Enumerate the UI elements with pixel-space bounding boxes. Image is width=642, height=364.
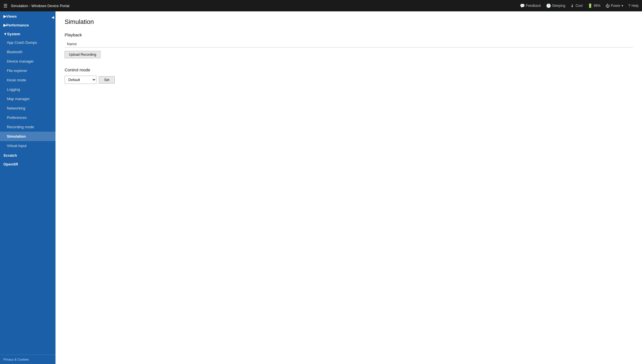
upload-recording-button[interactable]: Upload Recording (65, 51, 100, 58)
help-icon: ? (628, 3, 631, 8)
playback-table: Name (65, 41, 633, 47)
playback-col-name: Name (65, 41, 413, 47)
control-mode-title: Control mode (65, 67, 633, 72)
sidebar-item-preferences[interactable]: Preferences (0, 113, 55, 122)
sidebar-item-device-manager[interactable]: Device manager (0, 57, 55, 66)
main-layout: ◀ ▶Views ▶Performance ▼System App Crash … (0, 11, 642, 364)
help-label: Help (631, 4, 639, 8)
feedback-label: Feedback (526, 4, 541, 8)
sleeping-label: Sleeping (552, 4, 565, 8)
sidebar-item-networking[interactable]: Networking (0, 104, 55, 113)
page-title: Simulation (65, 18, 633, 26)
battery-icon: 🔋 (588, 3, 592, 8)
feedback-button[interactable]: 💬 Feedback (520, 3, 541, 8)
sidebar-item-scratch[interactable]: Scratch (0, 150, 55, 159)
sidebar-item-views[interactable]: ▶Views (0, 11, 55, 20)
sidebar: ◀ ▶Views ▶Performance ▼System App Crash … (0, 11, 55, 364)
sidebar-toggle-button[interactable]: ◀ (50, 14, 55, 20)
sidebar-item-simulation[interactable]: Simulation (0, 132, 55, 141)
sidebar-item-kiosk-mode[interactable]: Kiosk mode (0, 75, 55, 85)
set-button[interactable]: Set (99, 76, 115, 84)
playback-section: Playback Name Upload Recording (65, 32, 633, 58)
sidebar-item-performance[interactable]: ▶Performance (0, 20, 55, 29)
sleeping-icon: 🕐 (546, 3, 551, 8)
sidebar-item-virtual-input[interactable]: Virtual Input (0, 141, 55, 150)
battery-status: 🔋 99% (588, 3, 600, 8)
topbar: ☰ Simulation - Windows Device Portal 💬 F… (0, 0, 642, 11)
topbar-title: Simulation - Windows Device Portal (11, 4, 520, 8)
temperature-icon: 🌡 (570, 3, 574, 8)
sidebar-item-system[interactable]: ▼System (0, 29, 55, 38)
temperature-status: 🌡 Cool (570, 3, 583, 8)
control-mode-select[interactable]: DefaultManualAutomatic (65, 76, 96, 84)
cool-label: Cool (575, 4, 583, 8)
sleeping-status: 🕐 Sleeping (546, 3, 565, 8)
sidebar-item-file-explorer[interactable]: File explorer (0, 66, 55, 75)
sidebar-item-bluetooth[interactable]: Bluetooth (0, 47, 55, 57)
sidebar-item-openxr[interactable]: OpenXR (0, 159, 55, 168)
topbar-actions: 💬 Feedback 🕐 Sleeping 🌡 Cool 🔋 99% ⏻ Pow… (520, 3, 639, 8)
playback-col-2 (413, 41, 523, 47)
privacy-cookies-link[interactable]: Privacy & Cookies (0, 355, 55, 364)
playback-col-3 (523, 41, 633, 47)
playback-section-title: Playback (65, 32, 633, 37)
power-button[interactable]: ⏻ Power ▾ (606, 3, 623, 8)
sidebar-item-recording-mode[interactable]: Recording mode (0, 122, 55, 132)
control-mode-section: Control mode DefaultManualAutomatic Set (65, 67, 633, 84)
sidebar-item-map-manager[interactable]: Map manager (0, 94, 55, 104)
content-area: Simulation Playback Name Upload Recordin… (55, 11, 642, 364)
battery-label: 99% (594, 4, 600, 8)
help-button[interactable]: ? Help (628, 3, 639, 8)
sidebar-item-app-crash-dumps[interactable]: App Crash Dumps (0, 38, 55, 47)
feedback-icon: 💬 (520, 3, 525, 8)
power-icon: ⏻ (606, 3, 610, 8)
power-label: Power ▾ (611, 4, 623, 8)
hamburger-menu-icon[interactable]: ☰ (3, 3, 7, 9)
sidebar-item-logging[interactable]: Logging (0, 85, 55, 94)
control-mode-row: DefaultManualAutomatic Set (65, 76, 633, 84)
sidebar-items-list: App Crash DumpsBluetoothDevice managerFi… (0, 38, 55, 150)
